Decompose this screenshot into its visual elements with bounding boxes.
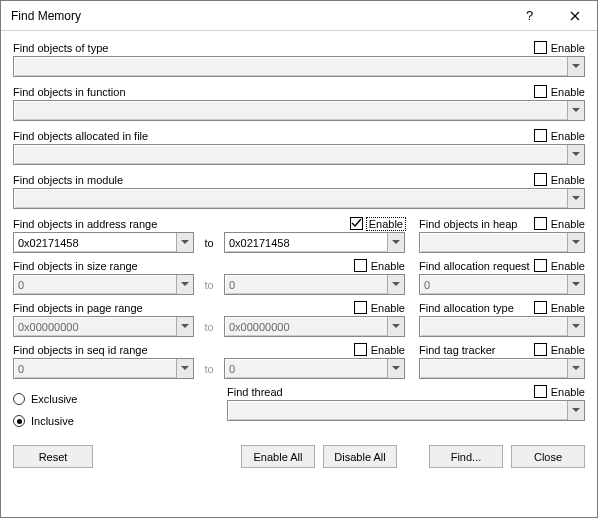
chevron-down-icon: [176, 317, 193, 336]
seqid-to-dropdown[interactable]: 0: [224, 358, 405, 379]
thread-enable-label: Enable: [551, 386, 585, 398]
chevron-down-icon: [567, 145, 584, 164]
module-dropdown[interactable]: [13, 188, 585, 209]
chevron-down-icon: [567, 317, 584, 336]
heap-enable-label: Enable: [551, 218, 585, 230]
chevron-down-icon: [567, 401, 584, 420]
address-from-dropdown[interactable]: 0x02171458: [13, 232, 194, 253]
function-dropdown[interactable]: [13, 100, 585, 121]
titlebar: Find Memory ?: [1, 1, 597, 31]
section-heap: Find objects in heap Enable: [419, 217, 585, 253]
address-enable-label: Enable: [367, 218, 405, 230]
page-enable-checkbox[interactable]: [354, 301, 367, 314]
section-tag-tracker: Find tag tracker Enable: [419, 343, 585, 379]
module-enable-checkbox[interactable]: [534, 173, 547, 186]
tag-dropdown[interactable]: [419, 358, 585, 379]
allocreq-enable-checkbox[interactable]: [534, 259, 547, 272]
address-enable-checkbox[interactable]: [350, 217, 363, 230]
close-icon: [570, 11, 580, 21]
reset-button[interactable]: Reset: [13, 445, 93, 468]
file-enable-checkbox[interactable]: [534, 129, 547, 142]
size-enable-checkbox[interactable]: [354, 259, 367, 272]
button-row: Reset Enable All Disable All Find... Clo…: [13, 433, 585, 468]
chevron-down-icon: [176, 233, 193, 252]
heap-dropdown[interactable]: [419, 232, 585, 253]
find-button[interactable]: Find...: [429, 445, 503, 468]
module-enable-label: Enable: [551, 174, 585, 186]
help-icon: ?: [526, 8, 533, 23]
alloctype-enable-checkbox[interactable]: [534, 301, 547, 314]
type-enable-checkbox[interactable]: [534, 41, 547, 54]
allocreq-label: Find allocation request: [419, 260, 530, 272]
radio-icon: [13, 415, 25, 427]
match-mode-group: Exclusive Inclusive: [13, 385, 213, 427]
size-to-label: to: [200, 279, 218, 291]
window-title: Find Memory: [11, 9, 507, 23]
function-label: Find objects in function: [13, 86, 126, 98]
section-address: Find objects in address range Enable 0x0…: [13, 217, 405, 253]
close-window-button[interactable]: [552, 1, 597, 30]
chevron-down-icon: [387, 317, 404, 336]
radio-exclusive[interactable]: Exclusive: [13, 393, 213, 405]
file-dropdown[interactable]: [13, 144, 585, 165]
chevron-down-icon: [387, 359, 404, 378]
seqid-from-dropdown[interactable]: 0: [13, 358, 194, 379]
enable-all-button[interactable]: Enable All: [241, 445, 315, 468]
thread-dropdown[interactable]: [227, 400, 585, 421]
tag-enable-label: Enable: [551, 344, 585, 356]
thread-label: Find thread: [227, 386, 283, 398]
chevron-down-icon: [567, 57, 584, 76]
section-allocation-type: Find allocation type Enable: [419, 301, 585, 337]
page-to-dropdown[interactable]: 0x00000000: [224, 316, 405, 337]
tag-label: Find tag tracker: [419, 344, 495, 356]
size-from-dropdown[interactable]: 0: [13, 274, 194, 295]
section-type: Find objects of type Enable: [13, 41, 585, 77]
function-enable-checkbox[interactable]: [534, 85, 547, 98]
thread-enable-checkbox[interactable]: [534, 385, 547, 398]
allocreq-enable-label: Enable: [551, 260, 585, 272]
page-from-dropdown[interactable]: 0x00000000: [13, 316, 194, 337]
size-enable-label: Enable: [371, 260, 405, 272]
section-size: Find objects in size range Enable 0 to 0: [13, 259, 405, 295]
section-seqid: Find objects in seq id range Enable 0 to…: [13, 343, 405, 379]
section-allocation-request: Find allocation request Enable 0: [419, 259, 585, 295]
alloctype-dropdown[interactable]: [419, 316, 585, 337]
seqid-to-label: to: [200, 363, 218, 375]
close-button[interactable]: Close: [511, 445, 585, 468]
alloctype-label: Find allocation type: [419, 302, 514, 314]
chevron-down-icon: [567, 101, 584, 120]
dialog-content: Find objects of type Enable Find objects…: [1, 31, 597, 517]
heap-enable-checkbox[interactable]: [534, 217, 547, 230]
page-to-label: to: [200, 321, 218, 333]
radio-icon: [13, 393, 25, 405]
type-enable-label: Enable: [551, 42, 585, 54]
allocreq-dropdown[interactable]: 0: [419, 274, 585, 295]
chevron-down-icon: [567, 359, 584, 378]
heap-label: Find objects in heap: [419, 218, 517, 230]
section-function: Find objects in function Enable: [13, 85, 585, 121]
function-enable-label: Enable: [551, 86, 585, 98]
address-to-label: to: [200, 237, 218, 249]
seqid-enable-checkbox[interactable]: [354, 343, 367, 356]
seqid-enable-label: Enable: [371, 344, 405, 356]
section-thread: Find thread Enable: [227, 385, 585, 421]
type-label: Find objects of type: [13, 42, 108, 54]
chevron-down-icon: [176, 359, 193, 378]
section-file: Find objects allocated in file Enable: [13, 129, 585, 165]
file-enable-label: Enable: [551, 130, 585, 142]
alloctype-enable-label: Enable: [551, 302, 585, 314]
size-to-dropdown[interactable]: 0: [224, 274, 405, 295]
chevron-down-icon: [387, 233, 404, 252]
radio-inclusive[interactable]: Inclusive: [13, 415, 213, 427]
tag-enable-checkbox[interactable]: [534, 343, 547, 356]
seqid-label: Find objects in seq id range: [13, 344, 148, 356]
section-page: Find objects in page range Enable 0x0000…: [13, 301, 405, 337]
help-button[interactable]: ?: [507, 1, 552, 30]
address-label: Find objects in address range: [13, 218, 157, 230]
module-label: Find objects in module: [13, 174, 123, 186]
type-dropdown[interactable]: [13, 56, 585, 77]
find-memory-dialog: Find Memory ? Find objects of type Enabl…: [0, 0, 598, 518]
disable-all-button[interactable]: Disable All: [323, 445, 397, 468]
file-label: Find objects allocated in file: [13, 130, 148, 142]
address-to-dropdown[interactable]: 0x02171458: [224, 232, 405, 253]
